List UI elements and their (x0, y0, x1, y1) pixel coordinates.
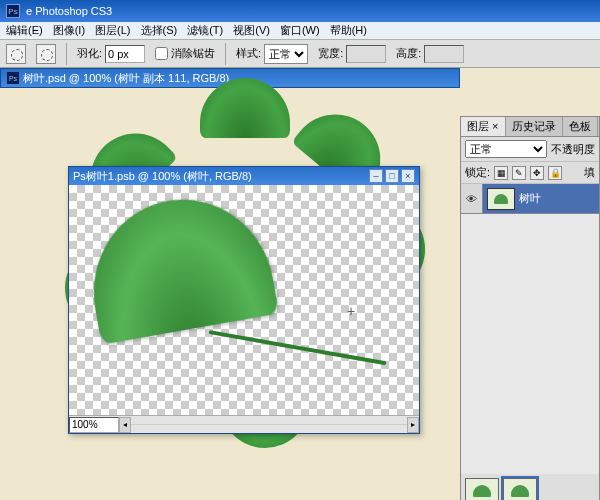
marquee-mode-icon[interactable] (36, 44, 56, 64)
style-select[interactable]: 正常 (264, 44, 308, 64)
fill-label: 填 (584, 165, 595, 180)
layer-thumbnail[interactable] (487, 188, 515, 210)
ps-app-icon: Ps (6, 4, 20, 18)
close-tab-icon[interactable]: × (492, 120, 498, 132)
width-field: 宽度: (318, 45, 386, 63)
antialias-checkbox[interactable] (155, 47, 168, 60)
blend-mode-row: 正常 不透明度 (461, 137, 599, 162)
child-title-text: 树叶1.psb @ 100% (树叶, RGB/8) (86, 169, 252, 184)
marquee-tool-icon[interactable] (6, 44, 26, 64)
layer-item[interactable]: 👁 树叶 (461, 184, 599, 214)
opacity-label: 不透明度 (551, 142, 595, 157)
style-field: 样式: 正常 (236, 44, 308, 64)
divider (225, 43, 226, 65)
layer-mini-thumb-selected[interactable] (503, 478, 537, 500)
menu-layer[interactable]: 图层(L) (95, 23, 130, 38)
menu-select[interactable]: 选择(S) (141, 23, 178, 38)
width-input[interactable] (346, 45, 386, 63)
lock-all-icon[interactable]: 🔒 (548, 166, 562, 180)
tab-swatches[interactable]: 色板 (563, 117, 598, 136)
visibility-eye-icon[interactable]: 👁 (461, 184, 483, 213)
panel-tabs: 图层 × 历史记录 色板 (461, 117, 599, 137)
zoom-out-button[interactable]: ◂ (119, 417, 131, 433)
menu-window[interactable]: 窗口(W) (280, 23, 320, 38)
height-label: 高度: (396, 46, 421, 61)
minimize-button[interactable]: – (369, 169, 383, 183)
lock-position-icon[interactable]: ✥ (530, 166, 544, 180)
lock-label: 锁定: (465, 165, 490, 180)
layer-mini-thumb[interactable] (465, 478, 499, 500)
thumbnail-strip (461, 474, 599, 500)
app-titlebar: Ps e Photoshop CS3 (0, 0, 600, 22)
child-statusbar: ◂ ▸ (69, 415, 419, 433)
lock-row: 锁定: ▦ ✎ ✥ 🔒 填 (461, 162, 599, 184)
ps-doc-icon: Ps (73, 170, 86, 182)
options-bar: 羽化: 消除锯齿 样式: 正常 宽度: 高度: (0, 40, 600, 68)
antialias-field: 消除锯齿 (155, 46, 215, 61)
close-button[interactable]: × (401, 169, 415, 183)
width-label: 宽度: (318, 46, 343, 61)
lock-transparency-icon[interactable]: ▦ (494, 166, 508, 180)
app-title: e Photoshop CS3 (26, 5, 112, 17)
child-canvas[interactable]: + (69, 185, 419, 415)
divider (66, 43, 67, 65)
tab-history[interactable]: 历史记录 (506, 117, 563, 136)
menu-filter[interactable]: 滤镜(T) (187, 23, 223, 38)
blend-mode-select[interactable]: 正常 (465, 140, 547, 158)
lock-pixels-icon[interactable]: ✎ (512, 166, 526, 180)
antialias-label: 消除锯齿 (171, 46, 215, 61)
height-input[interactable] (424, 45, 464, 63)
height-field: 高度: (396, 45, 464, 63)
zoom-input[interactable] (69, 417, 119, 433)
menu-image[interactable]: 图像(I) (53, 23, 85, 38)
feather-label: 羽化: (77, 46, 102, 61)
layer-name[interactable]: 树叶 (519, 191, 541, 206)
zoom-in-button[interactable]: ▸ (407, 417, 419, 433)
feather-input[interactable] (105, 45, 145, 63)
ps-doc-icon: Ps (7, 72, 19, 84)
tab-layers[interactable]: 图层 × (461, 117, 506, 136)
menubar: 编辑(E) 图像(I) 图层(L) 选择(S) 滤镜(T) 视图(V) 窗口(W… (0, 22, 600, 40)
style-label: 样式: (236, 46, 261, 61)
child-titlebar[interactable]: Ps 树叶1.psb @ 100% (树叶, RGB/8) – □ × (69, 167, 419, 185)
menu-view[interactable]: 视图(V) (233, 23, 270, 38)
maximize-button[interactable]: □ (385, 169, 399, 183)
menu-edit[interactable]: 编辑(E) (6, 23, 43, 38)
layer-list[interactable]: 👁 树叶 (461, 184, 599, 474)
feather-field: 羽化: (77, 45, 145, 63)
crosshair-cursor-icon: + (347, 303, 355, 319)
child-document-window[interactable]: Ps 树叶1.psb @ 100% (树叶, RGB/8) – □ × + ◂ … (68, 166, 420, 434)
layers-panel: 图层 × 历史记录 色板 正常 不透明度 锁定: ▦ ✎ ✥ 🔒 填 👁 树叶 (460, 116, 600, 500)
leaf-artwork (89, 200, 289, 340)
menu-help[interactable]: 帮助(H) (330, 23, 367, 38)
